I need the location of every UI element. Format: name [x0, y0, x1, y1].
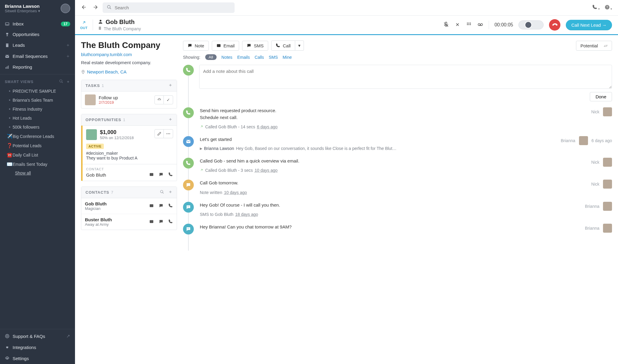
search-input[interactable]: [115, 5, 230, 10]
edit-opp-button[interactable]: [155, 130, 164, 138]
avatar[interactable]: [61, 4, 70, 13]
call-next-lead-button[interactable]: Call Next Lead →: [566, 20, 612, 30]
activity-body[interactable]: Send him requested product resource.Sche…: [200, 107, 588, 130]
snooze-task-button[interactable]: [155, 96, 164, 104]
new-email-button[interactable]: Email: [212, 41, 239, 51]
smartview-label: Brianna's Sales Team: [13, 98, 53, 103]
nav-integrations[interactable]: Integrations: [0, 342, 75, 353]
nav-leads[interactable]: Leads ＋: [0, 40, 75, 51]
activity-body[interactable]: Let's get started▶Brianna Lawson Hey Gob…: [200, 136, 557, 152]
lead-status-select[interactable]: Potential▵▿: [576, 41, 612, 51]
org-switcher[interactable]: Sitwell Enterprises ▾: [5, 9, 40, 13]
new-note-button[interactable]: Note: [183, 41, 209, 51]
call-note-input[interactable]: [199, 65, 612, 89]
filter-calls[interactable]: Calls: [255, 55, 264, 60]
svg-point-23: [467, 24, 468, 25]
smartview-icon: •: [7, 106, 13, 112]
add-lead-icon[interactable]: ＋: [66, 42, 70, 48]
smartview-item[interactable]: •500k followers: [0, 123, 75, 132]
sms-contact-button[interactable]: [159, 203, 164, 209]
timeline-dot-note: [183, 180, 194, 190]
search-icon: [107, 5, 112, 10]
new-sms-button[interactable]: SMS: [242, 41, 268, 51]
opportunity-row[interactable]: $1,000 50% on 12/12/2018 ⋯ ACTIVE #decis…: [81, 126, 177, 181]
filter-all[interactable]: All: [205, 54, 217, 60]
activity-body[interactable]: Hey Brianna! Can you chat tomorrow at 9A…: [200, 224, 581, 231]
smartview-item[interactable]: ❓Potential Leads: [0, 141, 75, 150]
filter-mine[interactable]: Mine: [283, 55, 292, 60]
nav-inbox[interactable]: Inbox 17: [0, 19, 75, 29]
email-preview[interactable]: ▶Brianna Lawson Hey Gob, Based on our co…: [200, 145, 557, 152]
activity-author: Brianna: [585, 204, 599, 209]
call-contact-button[interactable]: [168, 219, 173, 225]
lead-url[interactable]: bluthcompany.tumblr.com: [81, 52, 177, 57]
sms-contact-button[interactable]: [159, 219, 164, 225]
svg-rect-34: [150, 173, 153, 176]
hangup-button[interactable]: [549, 19, 560, 31]
sms-contact-button[interactable]: [159, 172, 164, 178]
smartview-item[interactable]: •Fitness Industry: [0, 105, 75, 114]
transfer-button[interactable]: [454, 22, 460, 28]
voicemail-button[interactable]: [477, 22, 483, 28]
activity-avatar: [603, 202, 612, 211]
smartview-item[interactable]: ☎️Daily Call List: [0, 150, 75, 160]
nav-reporting[interactable]: Reporting: [0, 62, 75, 72]
lead-location[interactable]: Newport Beach, CA: [81, 69, 177, 74]
filter-emails[interactable]: Emails: [237, 55, 250, 60]
search-smartviews-icon[interactable]: [59, 79, 63, 84]
call-dropdown-button[interactable]: ▾: [295, 40, 304, 51]
mail-contact-button[interactable]: [149, 172, 154, 178]
help-button[interactable]: ?▾: [604, 4, 612, 11]
mute-button[interactable]: [443, 22, 449, 28]
add-opp-button[interactable]: [168, 117, 172, 122]
smartview-item[interactable]: •Brianna's Sales Team: [0, 96, 75, 105]
task-row[interactable]: Follow up 2/7/2019 ✓: [81, 91, 177, 108]
keypad-button[interactable]: [466, 22, 472, 28]
dialer-button[interactable]: ▾: [592, 4, 600, 11]
activity-body[interactable]: Hey Gob! Of course - I will call you the…: [200, 202, 581, 218]
user-name: Brianna Lawson: [5, 4, 40, 9]
filter-sms[interactable]: SMS: [269, 55, 278, 60]
nav-support[interactable]: Support & FAQs ↗: [0, 330, 75, 342]
new-call-button[interactable]: Call: [271, 40, 295, 51]
filter-notes[interactable]: Notes: [221, 55, 232, 60]
add-smartview-icon[interactable]: ＋: [66, 79, 70, 84]
activity-body[interactable]: Called Gob - send him a quick overview v…: [200, 158, 588, 174]
add-contact-button[interactable]: [168, 190, 172, 195]
svg-rect-40: [150, 220, 153, 223]
svg-line-14: [110, 8, 111, 9]
opp-avatar: [86, 129, 97, 140]
search-input-container[interactable]: [103, 2, 235, 13]
timeline-dot-call: [183, 65, 194, 76]
mail-contact-button[interactable]: [149, 203, 154, 209]
smartviews-title: SMART VIEWS: [5, 80, 34, 84]
smartview-item[interactable]: ✉️Emails Sent Today: [0, 160, 75, 169]
call-contact-button[interactable]: [168, 172, 173, 178]
note-done-button[interactable]: Done: [590, 92, 612, 101]
smartview-item[interactable]: •Hot Leads: [0, 114, 75, 123]
smartview-item[interactable]: •PREDICTIVE SAMPLE: [0, 87, 75, 96]
contact-row[interactable]: Buster BluthAway at Army: [81, 214, 177, 230]
activity-avatar: [579, 136, 588, 145]
search-contacts-button[interactable]: [160, 190, 164, 195]
add-task-button[interactable]: [168, 83, 172, 88]
nav-settings[interactable]: Settings: [0, 353, 75, 364]
nav-forward-button[interactable]: [92, 4, 98, 11]
add-sequence-icon[interactable]: ＋: [66, 53, 70, 59]
nav-sequences[interactable]: Email Sequences ＋: [0, 51, 75, 62]
smartview-item[interactable]: ✈️Big Conference Leads: [0, 132, 75, 141]
complete-task-button[interactable]: ✓: [164, 96, 173, 104]
chevron-down-icon: ▾: [38, 9, 40, 13]
smartview-icon: ✉️: [7, 161, 13, 167]
nav-opportunities[interactable]: Opportunities: [0, 29, 75, 40]
mail-contact-button[interactable]: [149, 219, 154, 225]
inbox-count-badge: 17: [61, 22, 70, 26]
smartview-label: Emails Sent Today: [13, 162, 47, 167]
opp-more-button[interactable]: ⋯: [164, 130, 173, 138]
smartviews-showall[interactable]: Show all: [0, 169, 75, 177]
activity-body[interactable]: Call Gob tomorrow.Note written 10 days a…: [200, 180, 588, 196]
call-assignee-toggle[interactable]: [518, 20, 544, 29]
contact-row[interactable]: Gob BluthMagician: [81, 198, 177, 214]
call-contact-button[interactable]: [168, 203, 173, 209]
nav-back-button[interactable]: [81, 4, 87, 11]
